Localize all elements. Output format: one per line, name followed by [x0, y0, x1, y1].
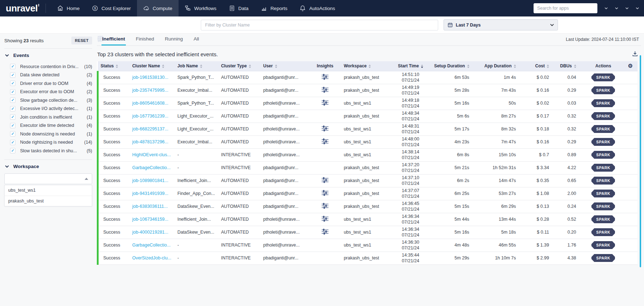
spark-action-button[interactable]: SPARK	[591, 190, 615, 197]
sort-icon[interactable]	[514, 64, 516, 68]
spark-action-button[interactable]: SPARK	[591, 202, 615, 210]
event-checkbox[interactable]: ✓	[10, 89, 15, 95]
insights-icon[interactable]	[322, 100, 328, 107]
spark-action-button[interactable]: SPARK	[591, 228, 615, 236]
column-header-status[interactable]: Status	[98, 61, 129, 71]
spark-action-button[interactable]: SPARK	[591, 99, 615, 107]
column-header-workspace[interactable]: Workspace	[341, 61, 390, 71]
insights-icon[interactable]	[322, 125, 328, 133]
column-header-job_name[interactable]: Job Name	[175, 61, 218, 71]
cluster-name-link[interactable]: job-1067346159...	[132, 217, 169, 222]
column-header-user[interactable]: User	[260, 61, 309, 71]
cluster-name-link[interactable]: HighIOEvent-clus...	[132, 152, 171, 157]
sort-icon[interactable]	[421, 64, 423, 68]
insights-icon[interactable]	[322, 74, 328, 81]
cluster-name-link[interactable]: job-4878137296...	[132, 139, 169, 144]
sort-icon[interactable]	[467, 64, 469, 68]
events-section-header[interactable]: Events	[5, 53, 92, 58]
event-checkbox[interactable]: ✓	[10, 114, 15, 120]
event-checkbox[interactable]: ✓	[10, 106, 15, 111]
insights-icon[interactable]	[322, 190, 328, 197]
sort-icon[interactable]	[249, 64, 251, 68]
cluster-name-link[interactable]: job-6682295137...	[132, 126, 169, 132]
spark-action-button[interactable]: SPARK	[591, 177, 615, 185]
nav-item-cost-explorer[interactable]: $ Cost Explorer	[86, 0, 137, 16]
spark-action-button[interactable]: SPARK	[591, 215, 615, 223]
sort-icon[interactable]	[200, 64, 202, 68]
insights-icon[interactable]	[322, 203, 328, 210]
nav-item-home[interactable]: Home	[51, 0, 86, 16]
sort-icon[interactable]	[275, 64, 277, 68]
spark-action-button[interactable]: SPARK	[591, 86, 615, 94]
tab-inefficient[interactable]: Inefficient	[101, 35, 126, 46]
insights-icon[interactable]	[322, 138, 328, 145]
cluster-name-link[interactable]: job-2357475995...	[132, 88, 169, 93]
spark-action-button[interactable]: SPARK	[591, 151, 615, 159]
cluster-name-link[interactable]: job-4000219281...	[132, 230, 169, 235]
event-checkbox[interactable]: ✓	[10, 64, 15, 69]
workspace-select[interactable]	[4, 173, 92, 184]
spark-action-button[interactable]: SPARK	[591, 254, 615, 262]
cluster-name-link[interactable]: job-1089801841...	[132, 178, 169, 183]
sort-icon[interactable]	[574, 64, 576, 68]
event-checkbox[interactable]: ✓	[10, 148, 15, 153]
app-search-input[interactable]	[534, 3, 597, 13]
sort-icon[interactable]	[162, 64, 164, 68]
workspace-option[interactable]: prakash_ubs_test	[5, 196, 92, 206]
spark-action-button[interactable]: SPARK	[591, 138, 615, 146]
table-settings-gear[interactable]: ⚙	[623, 61, 638, 71]
workspace-option[interactable]: ubs_test_ws1	[5, 185, 92, 196]
column-header-dbus[interactable]: DBUs	[556, 61, 583, 71]
cluster-name-link[interactable]: job-1677361239...	[132, 114, 169, 119]
cluster-name-link[interactable]: job-9431491939...	[132, 191, 169, 196]
reset-filters-button[interactable]: RESET	[71, 37, 92, 44]
spark-action-button[interactable]: SPARK	[591, 112, 615, 120]
tab-finished[interactable]: Finished	[135, 35, 155, 44]
tab-running[interactable]: Running	[164, 35, 184, 44]
event-checkbox[interactable]: ✓	[10, 72, 15, 78]
spark-action-button[interactable]: SPARK	[591, 73, 615, 81]
help-menu[interactable]: ?	[625, 7, 629, 9]
workspace-section-header[interactable]: Workspace	[5, 164, 92, 169]
spark-action-button[interactable]: SPARK	[591, 164, 615, 172]
event-checkbox[interactable]: ✓	[10, 97, 15, 103]
nav-item-compute[interactable]: Compute	[137, 0, 179, 16]
nav-item-reports[interactable]: Reports	[255, 0, 293, 16]
cluster-name-link[interactable]: job-1961538130...	[132, 75, 169, 80]
cluster-name-link[interactable]: GarbageCollectio...	[132, 243, 171, 248]
tools-menu[interactable]	[615, 7, 618, 9]
spark-action-button[interactable]: SPARK	[591, 241, 615, 249]
nav-item-autoactions[interactable]: AutoActions	[293, 0, 341, 16]
column-header-cost[interactable]: Cost	[523, 61, 556, 71]
cluster-name-link[interactable]: GarbageCollectio...	[132, 165, 171, 170]
apps-grid-menu[interactable]	[605, 7, 608, 9]
insights-icon[interactable]	[322, 229, 328, 236]
cluster-name-link[interactable]: job-8605461608...	[132, 101, 169, 106]
download-icon[interactable]	[632, 51, 638, 58]
insights-icon[interactable]	[322, 87, 328, 94]
event-checkbox[interactable]: ✓	[10, 131, 15, 137]
cluster-name-link[interactable]: job-6383036111...	[132, 204, 168, 209]
spark-action-button[interactable]: SPARK	[591, 125, 615, 133]
sort-icon[interactable]	[116, 64, 118, 68]
column-header-app_duration[interactable]: App Duration	[477, 61, 523, 71]
sort-icon[interactable]	[369, 64, 371, 68]
nav-item-workflows[interactable]: Workflows	[179, 0, 223, 16]
column-header-cluster_type[interactable]: Cluster Type	[218, 61, 260, 71]
sort-icon[interactable]	[547, 64, 549, 68]
user-menu[interactable]	[636, 7, 639, 9]
cluster-name-link[interactable]: OverSizedJob-clu...	[132, 255, 171, 260]
insights-icon[interactable]	[322, 177, 328, 184]
date-range-dropdown[interactable]: Last 7 Days	[444, 19, 558, 30]
cluster-name-filter-input[interactable]	[201, 20, 438, 30]
insights-icon[interactable]	[322, 216, 328, 223]
event-checkbox[interactable]: ✓	[10, 123, 15, 128]
event-checkbox[interactable]: ✓	[10, 140, 15, 145]
tab-all[interactable]: All	[193, 35, 200, 44]
nav-item-data[interactable]: Data	[223, 0, 255, 16]
column-header-start_time[interactable]: Start Time	[390, 61, 431, 71]
event-checkbox[interactable]: ✓	[10, 81, 15, 86]
column-header-cluster_name[interactable]: Cluster Name	[129, 61, 175, 71]
unravel-logo[interactable]: unravel	[6, 3, 39, 14]
table-scrollbar[interactable]	[640, 55, 641, 267]
